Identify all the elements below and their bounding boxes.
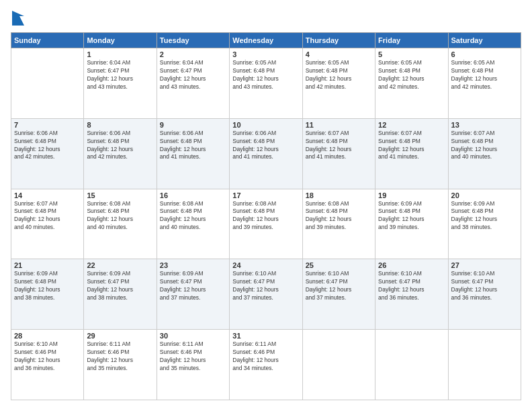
calendar-cell: 8Sunrise: 6:06 AM Sunset: 6:48 PM Daylig…: [84, 118, 157, 189]
calendar-week-row: 1Sunrise: 6:04 AM Sunset: 6:47 PM Daylig…: [11, 48, 521, 119]
day-info: Sunrise: 6:05 AM Sunset: 6:48 PM Dayligh…: [451, 59, 518, 91]
day-info: Sunrise: 6:06 AM Sunset: 6:48 PM Dayligh…: [87, 130, 153, 162]
calendar-cell: 29Sunrise: 6:11 AM Sunset: 6:46 PM Dayli…: [84, 330, 157, 400]
calendar-day-header: Friday: [375, 33, 448, 48]
day-info: Sunrise: 6:07 AM Sunset: 6:48 PM Dayligh…: [306, 130, 372, 162]
calendar-cell: 27Sunrise: 6:10 AM Sunset: 6:47 PM Dayli…: [448, 259, 521, 330]
calendar-cell: [448, 330, 521, 400]
day-info: Sunrise: 6:10 AM Sunset: 6:47 PM Dayligh…: [232, 270, 299, 302]
header: [11, 11, 521, 26]
calendar-day-header: Wednesday: [230, 33, 302, 48]
day-info: Sunrise: 6:09 AM Sunset: 6:47 PM Dayligh…: [87, 270, 153, 302]
calendar-week-row: 7Sunrise: 6:06 AM Sunset: 6:48 PM Daylig…: [11, 118, 521, 189]
day-info: Sunrise: 6:09 AM Sunset: 6:48 PM Dayligh…: [378, 200, 445, 232]
day-number: 9: [160, 121, 226, 129]
calendar-week-row: 21Sunrise: 6:09 AM Sunset: 6:48 PM Dayli…: [11, 259, 521, 330]
page: SundayMondayTuesdayWednesdayThursdayFrid…: [0, 0, 532, 411]
calendar-cell: 11Sunrise: 6:07 AM Sunset: 6:48 PM Dayli…: [302, 118, 375, 189]
day-number: 7: [14, 121, 81, 129]
day-info: Sunrise: 6:05 AM Sunset: 6:48 PM Dayligh…: [378, 59, 445, 91]
day-info: Sunrise: 6:09 AM Sunset: 6:48 PM Dayligh…: [451, 200, 518, 232]
day-number: 18: [306, 191, 372, 199]
calendar-day-header: Sunday: [11, 33, 84, 48]
day-number: 19: [378, 191, 445, 199]
day-info: Sunrise: 6:11 AM Sunset: 6:46 PM Dayligh…: [232, 340, 299, 373]
day-info: Sunrise: 6:08 AM Sunset: 6:48 PM Dayligh…: [232, 200, 299, 232]
calendar-day-header: Saturday: [448, 33, 521, 48]
calendar-cell: 23Sunrise: 6:09 AM Sunset: 6:47 PM Dayli…: [157, 259, 229, 330]
calendar-cell: 26Sunrise: 6:10 AM Sunset: 6:47 PM Dayli…: [375, 259, 448, 330]
day-number: 20: [451, 191, 518, 199]
day-number: 5: [378, 50, 445, 58]
logo: [11, 11, 24, 26]
logo-text: [11, 11, 24, 26]
calendar-cell: 13Sunrise: 6:07 AM Sunset: 6:48 PM Dayli…: [448, 118, 521, 189]
calendar-cell: 14Sunrise: 6:07 AM Sunset: 6:48 PM Dayli…: [11, 189, 84, 259]
calendar-cell: 20Sunrise: 6:09 AM Sunset: 6:48 PM Dayli…: [448, 189, 521, 259]
day-number: 27: [451, 261, 518, 269]
day-info: Sunrise: 6:04 AM Sunset: 6:47 PM Dayligh…: [160, 59, 226, 91]
calendar-table: SundayMondayTuesdayWednesdayThursdayFrid…: [11, 32, 521, 400]
calendar-cell: 3Sunrise: 6:05 AM Sunset: 6:48 PM Daylig…: [230, 48, 302, 119]
day-info: Sunrise: 6:06 AM Sunset: 6:48 PM Dayligh…: [14, 130, 81, 162]
calendar-cell: 1Sunrise: 6:04 AM Sunset: 6:47 PM Daylig…: [84, 48, 157, 119]
calendar-cell: [375, 330, 448, 400]
day-info: Sunrise: 6:10 AM Sunset: 6:47 PM Dayligh…: [306, 270, 372, 302]
calendar-cell: 17Sunrise: 6:08 AM Sunset: 6:48 PM Dayli…: [230, 189, 302, 259]
day-info: Sunrise: 6:04 AM Sunset: 6:47 PM Dayligh…: [87, 59, 153, 91]
calendar-cell: [302, 330, 375, 400]
calendar-cell: 22Sunrise: 6:09 AM Sunset: 6:47 PM Dayli…: [84, 259, 157, 330]
day-info: Sunrise: 6:06 AM Sunset: 6:48 PM Dayligh…: [232, 130, 299, 162]
day-number: 23: [160, 261, 226, 269]
day-number: 3: [232, 50, 299, 58]
day-number: 4: [306, 50, 372, 58]
calendar-cell: 19Sunrise: 6:09 AM Sunset: 6:48 PM Dayli…: [375, 189, 448, 259]
day-number: 1: [87, 50, 153, 58]
day-number: 22: [87, 261, 153, 269]
day-number: 14: [14, 191, 81, 199]
calendar-cell: 7Sunrise: 6:06 AM Sunset: 6:48 PM Daylig…: [11, 118, 84, 189]
day-info: Sunrise: 6:11 AM Sunset: 6:46 PM Dayligh…: [160, 340, 226, 373]
day-number: 15: [87, 191, 153, 199]
day-info: Sunrise: 6:11 AM Sunset: 6:46 PM Dayligh…: [87, 340, 153, 373]
calendar-week-row: 14Sunrise: 6:07 AM Sunset: 6:48 PM Dayli…: [11, 189, 521, 259]
calendar-cell: 16Sunrise: 6:08 AM Sunset: 6:48 PM Dayli…: [157, 189, 229, 259]
day-info: Sunrise: 6:07 AM Sunset: 6:48 PM Dayligh…: [14, 200, 81, 232]
calendar-cell: 18Sunrise: 6:08 AM Sunset: 6:48 PM Dayli…: [302, 189, 375, 259]
calendar-cell: 21Sunrise: 6:09 AM Sunset: 6:48 PM Dayli…: [11, 259, 84, 330]
svg-marker-0: [12, 11, 24, 26]
day-number: 24: [232, 261, 299, 269]
day-number: 2: [160, 50, 226, 58]
day-number: 29: [87, 332, 153, 340]
calendar-day-header: Monday: [84, 33, 157, 48]
calendar-cell: 30Sunrise: 6:11 AM Sunset: 6:46 PM Dayli…: [157, 330, 229, 400]
day-number: 12: [378, 121, 445, 129]
day-info: Sunrise: 6:10 AM Sunset: 6:46 PM Dayligh…: [14, 340, 81, 373]
day-info: Sunrise: 6:08 AM Sunset: 6:48 PM Dayligh…: [306, 200, 372, 232]
day-info: Sunrise: 6:09 AM Sunset: 6:47 PM Dayligh…: [160, 270, 226, 302]
day-info: Sunrise: 6:05 AM Sunset: 6:48 PM Dayligh…: [306, 59, 372, 91]
day-number: 8: [87, 121, 153, 129]
day-number: 11: [306, 121, 372, 129]
calendar-week-row: 28Sunrise: 6:10 AM Sunset: 6:46 PM Dayli…: [11, 330, 521, 400]
calendar-cell: 24Sunrise: 6:10 AM Sunset: 6:47 PM Dayli…: [230, 259, 302, 330]
calendar-cell: 31Sunrise: 6:11 AM Sunset: 6:46 PM Dayli…: [230, 330, 302, 400]
day-info: Sunrise: 6:08 AM Sunset: 6:48 PM Dayligh…: [87, 200, 153, 232]
day-number: 13: [451, 121, 518, 129]
calendar-cell: 10Sunrise: 6:06 AM Sunset: 6:48 PM Dayli…: [230, 118, 302, 189]
day-number: 21: [14, 261, 81, 269]
day-number: 28: [14, 332, 81, 340]
day-info: Sunrise: 6:06 AM Sunset: 6:48 PM Dayligh…: [160, 130, 226, 162]
calendar-cell: [11, 48, 84, 119]
day-number: 6: [451, 50, 518, 58]
day-info: Sunrise: 6:05 AM Sunset: 6:48 PM Dayligh…: [232, 59, 299, 91]
calendar-day-header: Thursday: [302, 33, 375, 48]
calendar-header-row: SundayMondayTuesdayWednesdayThursdayFrid…: [11, 33, 521, 48]
calendar-cell: 5Sunrise: 6:05 AM Sunset: 6:48 PM Daylig…: [375, 48, 448, 119]
calendar-cell: 28Sunrise: 6:10 AM Sunset: 6:46 PM Dayli…: [11, 330, 84, 400]
day-info: Sunrise: 6:08 AM Sunset: 6:48 PM Dayligh…: [160, 200, 226, 232]
calendar-cell: 12Sunrise: 6:07 AM Sunset: 6:48 PM Dayli…: [375, 118, 448, 189]
day-number: 16: [160, 191, 226, 199]
day-number: 30: [160, 332, 226, 340]
day-number: 25: [306, 261, 372, 269]
